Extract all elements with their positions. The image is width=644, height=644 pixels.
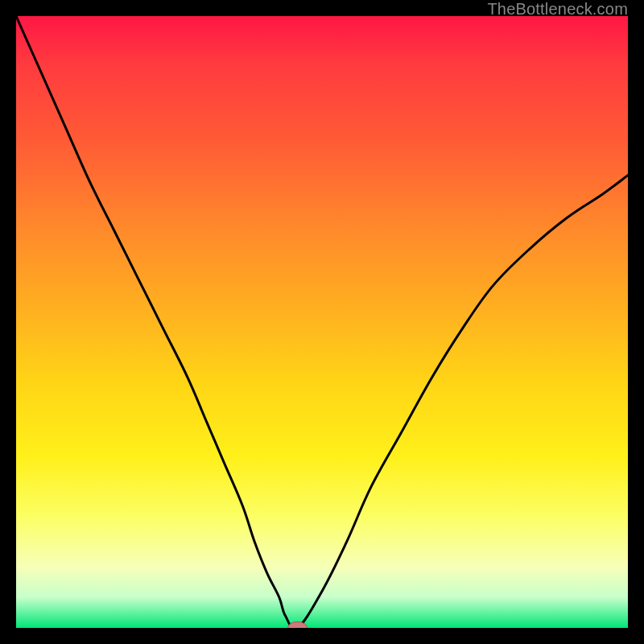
minimum-marker (287, 621, 307, 628)
bottleneck-curve (16, 16, 628, 628)
chart-frame: TheBottleneck.com (0, 0, 644, 644)
chart-svg (16, 16, 628, 628)
plot-area (16, 16, 628, 628)
watermark-text: TheBottleneck.com (487, 0, 628, 19)
